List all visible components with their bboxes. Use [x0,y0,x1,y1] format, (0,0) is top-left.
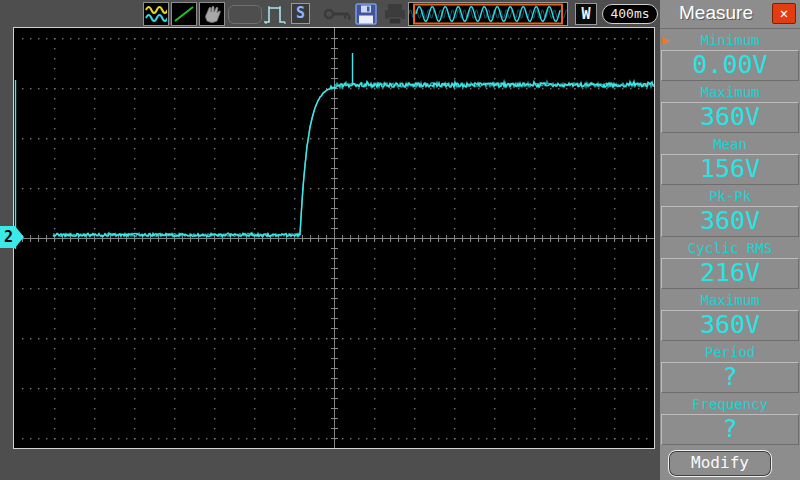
slope-button[interactable] [171,2,197,26]
channel-display-button[interactable] [143,2,169,26]
measure-value: 360V [661,206,799,237]
measure-label: ▶ Minimum [660,29,800,50]
pulse-mode-icon [262,3,288,25]
scope-canvas [14,28,654,448]
single-trigger-button[interactable]: S [291,3,310,24]
measure-value: 360V [661,102,799,133]
status-bar: DC 20 100V CH2 0.00V 0.00000Hz [0,448,660,480]
scope-display [14,28,654,448]
dual-wave-icon [145,5,167,23]
oscilloscope-screen: S W 400ms 2 Measure ✕ [0,0,800,480]
measure-panel-header: Measure ✕ [660,0,800,29]
top-toolbar: S W 400ms [0,0,660,28]
green-slope-icon [173,5,195,23]
timebase-display[interactable]: 400ms [602,4,658,24]
measure-label: Mean [660,133,800,154]
measure-row-period[interactable]: Period ? [660,341,800,393]
measure-label: Pk-Pk [660,185,800,206]
selected-marker-icon: ▶ [662,33,669,47]
measure-value: 216V [661,258,799,289]
hand-cursor-button[interactable] [199,2,225,26]
measure-row-frequency[interactable]: Frequency ? [660,393,800,445]
measure-panel: Measure ✕ ▶ Minimum 0.00V Maximum 360V M… [660,0,800,480]
waveform-preview-canvas [409,3,567,25]
measure-label: Maximum [660,81,800,102]
measure-row-maximum[interactable]: Maximum 360V [660,81,800,133]
measure-label: Period [660,341,800,362]
measure-value: 360V [661,310,799,341]
measure-label: Maximum [660,289,800,310]
close-icon[interactable]: ✕ [772,3,796,24]
measure-value: 0.00V [661,50,799,81]
measure-label: Cyclic RMS [660,237,800,258]
measure-row-mean[interactable]: Mean 156V [660,133,800,185]
measure-value: 156V [661,154,799,185]
status-slot [228,5,262,24]
key-lock-icon [324,8,352,21]
measure-label: Frequency [660,393,800,414]
hand-icon [201,5,223,23]
measure-row-maximum2[interactable]: Maximum 360V [660,289,800,341]
measure-value: ? [661,414,799,445]
measure-value: ? [661,362,799,393]
panel-title: Measure [660,2,772,24]
measure-row-pkpk[interactable]: Pk-Pk 360V [660,185,800,237]
measure-row-cyclic-rms[interactable]: Cyclic RMS 216V [660,237,800,289]
waveform-preview[interactable] [408,2,568,26]
print-icon [383,3,407,25]
measure-row-minimum[interactable]: ▶ Minimum 0.00V [660,29,800,81]
save-icon[interactable] [354,2,378,26]
window-mode-button[interactable]: W [575,3,597,25]
modify-button[interactable]: Modify [668,450,772,477]
